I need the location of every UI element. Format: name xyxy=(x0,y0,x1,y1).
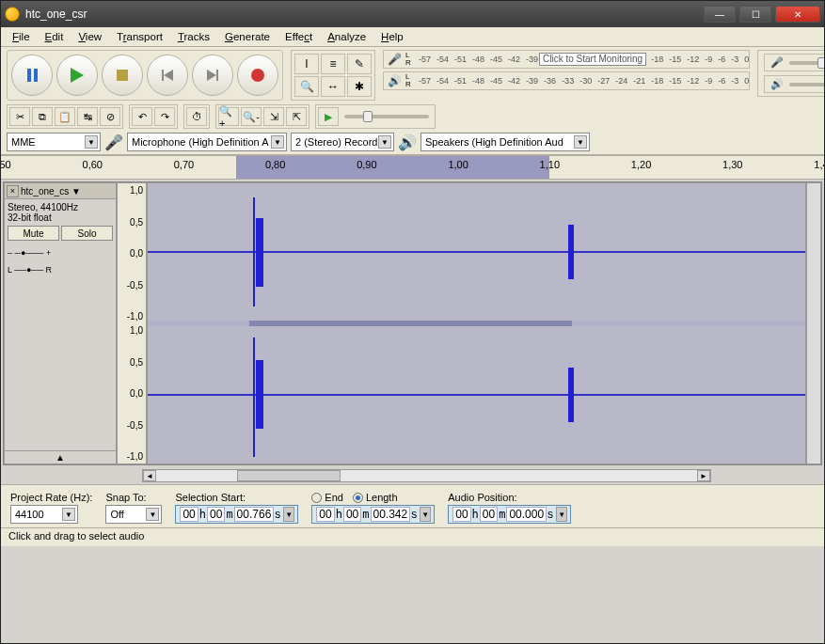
input-meter-prompt[interactable]: Click to Start Monitoring xyxy=(539,53,646,66)
draw-tool-icon[interactable]: ✎ xyxy=(347,54,372,74)
timeline-ruler[interactable]: 0,500,600,700,800,901,001,101,201,301,40 xyxy=(1,155,824,180)
scroll-right-icon[interactable]: ► xyxy=(697,470,710,481)
audio-position-label: Audio Position: xyxy=(448,492,571,503)
toolbar-region: I ≡ ✎ 🔍 ↔ ✱ 🎤 LR -57-54-51-48-45-42-39-3… xyxy=(1,47,824,155)
device-toolbar: MME▼ 🎤 Microphone (High Definition A▼ 2 … xyxy=(7,133,818,151)
chevron-down-icon[interactable]: ▼ xyxy=(420,507,431,522)
horizontal-scrollbar[interactable]: ◄ ► xyxy=(142,469,711,482)
input-meter[interactable]: 🎤 LR -57-54-51-48-45-42-39-36-33-30-27-2… xyxy=(383,50,750,69)
vertical-scrollbar[interactable] xyxy=(806,182,821,464)
meter-lr-label: LR xyxy=(405,52,415,67)
menu-effect[interactable]: Effect xyxy=(278,29,320,44)
track-control-panel[interactable]: × htc_one_cs ▼ Stereo, 44100Hz 32-bit fl… xyxy=(4,182,117,464)
output-volume-slider[interactable]: 🔊 xyxy=(764,75,825,93)
fit-project-icon[interactable]: ⇱ xyxy=(286,107,307,126)
trim-icon[interactable]: ↹ xyxy=(77,107,98,126)
waveform-channel-left xyxy=(148,183,805,321)
record-button[interactable] xyxy=(237,55,278,96)
menu-generate[interactable]: Generate xyxy=(217,29,278,44)
pause-button[interactable] xyxy=(11,55,53,96)
meters-region: 🎤 LR -57-54-51-48-45-42-39-36-33-30-27-2… xyxy=(383,50,750,93)
window-maximize-button[interactable]: ☐ xyxy=(739,6,771,23)
scroll-left-icon[interactable]: ◄ xyxy=(143,470,156,481)
stop-button[interactable] xyxy=(102,55,143,96)
input-volume-slider[interactable]: 🎤 xyxy=(764,54,825,71)
fit-selection-icon[interactable]: ⇲ xyxy=(263,107,284,126)
play-at-speed-toolbar: ▶ xyxy=(315,104,436,129)
chevron-down-icon: ▼ xyxy=(146,508,159,521)
multi-tool-icon[interactable]: ✱ xyxy=(347,76,372,97)
input-device-combo[interactable]: Microphone (High Definition A▼ xyxy=(127,133,287,151)
menu-analyze[interactable]: Analyze xyxy=(320,29,373,44)
undo-toolbar: ↶ ↷ xyxy=(129,104,178,129)
chevron-down-icon: ▼ xyxy=(85,135,98,149)
chevron-down-icon[interactable]: ▼ xyxy=(283,507,294,522)
track-name-menu[interactable]: htc_one_cs ▼ xyxy=(21,186,114,196)
redo-icon[interactable]: ↷ xyxy=(154,107,175,126)
transport-toolbar xyxy=(7,50,283,101)
audio-position-field[interactable]: 00h 00m 00.000s ▼ xyxy=(448,505,571,524)
meter-lr-label: LR xyxy=(405,73,415,88)
silence-icon[interactable]: ⊘ xyxy=(100,107,120,126)
sync-lock-icon[interactable]: ⏱ xyxy=(186,107,207,126)
track-collapse-button[interactable]: ▲ xyxy=(5,450,116,463)
chevron-down-icon[interactable]: ▼ xyxy=(556,507,567,522)
zoom-toolbar: 🔍+ 🔍- ⇲ ⇱ xyxy=(215,104,309,129)
track-close-button[interactable]: × xyxy=(7,185,19,197)
speaker-icon: 🔊 xyxy=(770,78,784,90)
snap-to-label: Snap To: xyxy=(105,492,162,503)
timeline-tick-label: 0,60 xyxy=(83,159,103,170)
length-radio[interactable]: Length xyxy=(353,492,398,503)
cut-icon[interactable]: ✂ xyxy=(9,107,30,126)
project-rate-combo[interactable]: 44100▼ xyxy=(10,505,78,524)
skip-start-button[interactable] xyxy=(147,55,188,96)
pan-slider[interactable]: L ──●── R xyxy=(8,265,113,275)
paste-icon[interactable]: 📋 xyxy=(55,107,75,126)
speaker-icon: 🔊 xyxy=(384,74,405,87)
zoom-tool-icon[interactable]: 🔍 xyxy=(294,76,319,97)
selection-start-field[interactable]: 00h 00m 00.766s ▼ xyxy=(175,505,298,524)
zoom-in-icon[interactable]: 🔍+ xyxy=(218,107,239,126)
copy-icon[interactable]: ⧉ xyxy=(32,107,53,126)
end-radio[interactable]: End xyxy=(311,492,343,503)
window-minimize-button[interactable]: — xyxy=(704,6,736,23)
skip-end-button[interactable] xyxy=(192,55,233,96)
channels-combo[interactable]: 2 (Stereo) Record▼ xyxy=(291,133,394,151)
menu-help[interactable]: Help xyxy=(373,29,411,44)
window-title: htc_one_csr xyxy=(25,8,704,21)
menu-tracks[interactable]: Tracks xyxy=(170,29,217,44)
menu-view[interactable]: View xyxy=(71,29,109,44)
selection-tool-icon[interactable]: I xyxy=(294,54,319,74)
chevron-down-icon: ▼ xyxy=(378,135,391,149)
solo-button[interactable]: Solo xyxy=(61,226,113,241)
zoom-out-icon[interactable]: 🔍- xyxy=(241,107,262,126)
menu-transport[interactable]: Transport xyxy=(109,29,170,44)
menu-edit[interactable]: Edit xyxy=(38,29,71,44)
waveform-canvas[interactable] xyxy=(147,182,806,464)
timeline-tick-label: 1,00 xyxy=(448,159,468,170)
timeline-tick-label: 0,70 xyxy=(174,159,194,170)
menu-file[interactable]: File xyxy=(5,29,38,44)
play-button[interactable] xyxy=(56,55,98,96)
selection-length-field[interactable]: 00h 00m 00.342s ▼ xyxy=(311,505,435,524)
mute-button[interactable]: Mute xyxy=(8,226,59,241)
undo-icon[interactable]: ↶ xyxy=(132,107,152,126)
snap-to-combo[interactable]: Off▼ xyxy=(105,505,162,524)
edit-toolbar: ✂ ⧉ 📋 ↹ ⊘ xyxy=(7,104,123,129)
envelope-tool-icon[interactable]: ≡ xyxy=(321,54,345,74)
window-close-button[interactable]: ✕ xyxy=(775,6,820,23)
output-meter[interactable]: 🔊 LR -57-54-51-48-45-42-39-36-33-30-27-2… xyxy=(383,71,750,90)
selection-toolbar: Project Rate (Hz): 44100▼ Snap To: Off▼ … xyxy=(1,484,824,527)
play-speed-button[interactable]: ▶ xyxy=(318,107,339,126)
status-bar: Click and drag to select audio xyxy=(1,527,824,546)
audio-host-combo[interactable]: MME▼ xyxy=(7,133,101,151)
chevron-down-icon: ▼ xyxy=(271,135,284,149)
gain-slider[interactable]: – ─●─── + xyxy=(8,248,113,258)
timeshift-tool-icon[interactable]: ↔ xyxy=(321,76,345,97)
waveform-channel-right xyxy=(148,326,805,463)
output-device-combo[interactable]: Speakers (High Definition Aud▼ xyxy=(420,133,590,151)
app-logo-icon xyxy=(5,7,20,22)
microphone-icon: 🎤 xyxy=(104,134,123,151)
window-titlebar[interactable]: htc_one_csr — ☐ ✕ xyxy=(1,1,824,27)
tracks-container: × htc_one_cs ▼ Stereo, 44100Hz 32-bit fl… xyxy=(3,181,822,465)
